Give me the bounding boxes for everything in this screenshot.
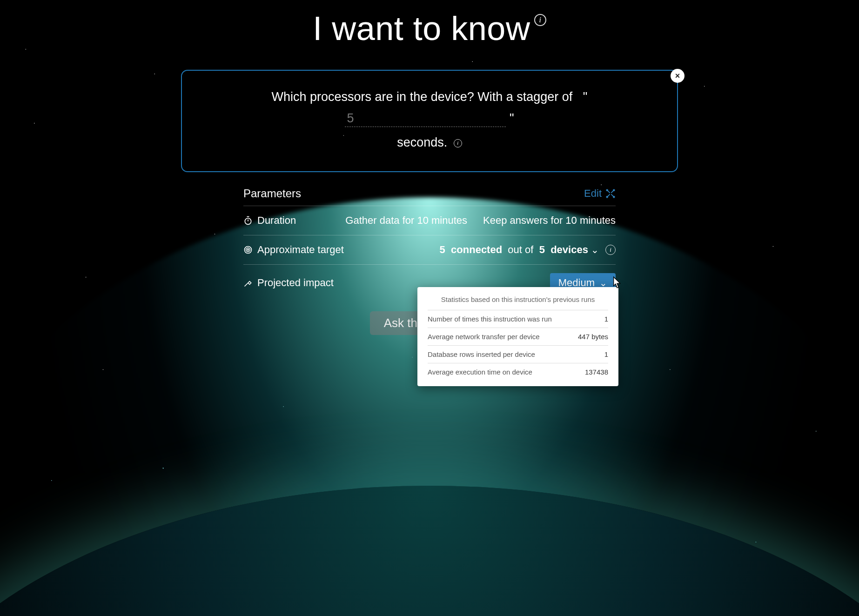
question-line-1: Which processors are in the device? With… bbox=[201, 87, 658, 129]
target-summary[interactable]: 5 connected out of 5 devices ⌄ bbox=[440, 244, 599, 256]
svg-point-7 bbox=[248, 249, 249, 250]
target-label-text: Approximate target bbox=[257, 244, 344, 256]
parameters-header: Parameters Edit bbox=[243, 184, 616, 206]
question-suffix: seconds. bbox=[397, 135, 447, 149]
popover-row-value: 1 bbox=[604, 350, 608, 358]
target-connected-count: 5 bbox=[440, 244, 445, 255]
open-quote: " bbox=[583, 90, 588, 104]
popover-row-value: 1 bbox=[604, 315, 608, 323]
popover-row-value: 447 bytes bbox=[578, 333, 608, 341]
popover-row-label: Average execution time on device bbox=[428, 368, 532, 376]
duration-values: Gather data for 10 minutes Keep answers … bbox=[345, 214, 616, 227]
hammer-icon bbox=[243, 278, 253, 288]
popover-row: Average execution time on device 137438 bbox=[428, 363, 608, 381]
target-total-count: 5 bbox=[539, 244, 545, 255]
popover-row: Average network transfer per device 447 … bbox=[428, 328, 608, 345]
tools-icon bbox=[605, 188, 616, 199]
title-row: I want to know i bbox=[130, 9, 729, 47]
target-info-icon[interactable]: i bbox=[605, 245, 616, 255]
popover-title: Statistics based on this instruction's p… bbox=[428, 295, 608, 310]
page-title: I want to know bbox=[313, 9, 530, 47]
duration-label-text: Duration bbox=[257, 214, 296, 227]
impact-label-text: Projected impact bbox=[257, 277, 334, 289]
param-label-impact: Projected impact bbox=[243, 277, 334, 289]
target-devices-word: devices bbox=[550, 244, 588, 255]
parameters-heading: Parameters bbox=[243, 187, 301, 200]
stopwatch-icon bbox=[243, 216, 253, 225]
popover-row-label: Average network transfer per device bbox=[428, 333, 540, 341]
duration-gather: Gather data for 10 minutes bbox=[345, 214, 467, 227]
close-button[interactable]: × bbox=[671, 69, 685, 83]
mouse-cursor-icon bbox=[610, 276, 622, 290]
target-out-of: out of bbox=[508, 244, 533, 255]
param-row-impact: Projected impact Medium ⌄ Statistics bas… bbox=[243, 264, 616, 301]
edit-parameters-link[interactable]: Edit bbox=[584, 187, 616, 200]
param-label-target: Approximate target bbox=[243, 244, 344, 256]
popover-row: Number of times this instruction was run… bbox=[428, 310, 608, 328]
param-row-duration: Duration Gather data for 10 minutes Keep… bbox=[243, 206, 616, 235]
popover-row-label: Database rows inserted per device bbox=[428, 350, 535, 358]
question-box-wrapper: × Which processors are in the device? Wi… bbox=[130, 70, 729, 172]
target-icon bbox=[243, 245, 253, 254]
stagger-input[interactable] bbox=[345, 111, 506, 127]
page-content: I want to know i × Which processors are … bbox=[130, 0, 729, 335]
title-info-icon[interactable]: i bbox=[534, 14, 546, 26]
question-line-2: seconds. i bbox=[201, 132, 658, 154]
param-label-duration: Duration bbox=[243, 214, 296, 227]
question-box: Which processors are in the device? With… bbox=[181, 70, 678, 172]
parameters-panel: Parameters Edit Duration Gather data for… bbox=[243, 184, 616, 335]
target-connected-word: connected bbox=[451, 244, 502, 255]
svg-point-4 bbox=[245, 218, 251, 224]
question-prefix: Which processors are in the device? With… bbox=[272, 90, 573, 104]
close-icon: × bbox=[675, 71, 680, 81]
impact-stats-popover: Statistics based on this instruction's p… bbox=[417, 287, 618, 386]
duration-keep: Keep answers for 10 minutes bbox=[483, 214, 616, 227]
stagger-info-icon[interactable]: i bbox=[454, 139, 462, 147]
info-icon: i bbox=[534, 14, 546, 26]
popover-row-value: 137438 bbox=[585, 368, 608, 376]
param-row-target: Approximate target 5 connected out of 5 … bbox=[243, 235, 616, 264]
target-value-group: 5 connected out of 5 devices ⌄ i bbox=[440, 244, 616, 256]
close-quote: " bbox=[510, 111, 514, 125]
popover-row: Database rows inserted per device 1 bbox=[428, 345, 608, 363]
popover-row-label: Number of times this instruction was run bbox=[428, 315, 552, 323]
edit-label: Edit bbox=[584, 187, 602, 200]
chevron-down-icon: ⌄ bbox=[591, 245, 599, 255]
